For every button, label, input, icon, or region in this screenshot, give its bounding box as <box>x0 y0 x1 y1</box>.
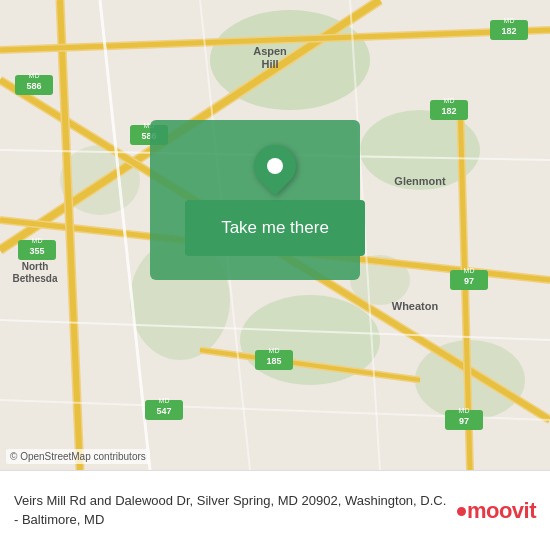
map-container: 586 MD 586 MD 355 MD 182 MD 182 MD 97 MD… <box>0 0 550 470</box>
svg-text:MD: MD <box>32 237 43 244</box>
location-pin-container <box>254 145 296 187</box>
svg-text:586: 586 <box>26 81 41 91</box>
svg-text:185: 185 <box>266 356 281 366</box>
svg-text:Wheaton: Wheaton <box>392 300 439 312</box>
svg-text:North: North <box>22 261 49 272</box>
svg-text:547: 547 <box>156 406 171 416</box>
svg-text:Bethesda: Bethesda <box>12 273 57 284</box>
osm-copyright: © OpenStreetMap contributors <box>6 449 150 464</box>
svg-text:Aspen: Aspen <box>253 45 287 57</box>
svg-text:97: 97 <box>459 416 469 426</box>
svg-text:182: 182 <box>501 26 516 36</box>
moovit-logo: moovit <box>457 498 536 524</box>
svg-text:Glenmont: Glenmont <box>394 175 446 187</box>
svg-text:182: 182 <box>441 106 456 116</box>
svg-text:MD: MD <box>29 72 40 79</box>
svg-text:MD: MD <box>459 407 470 414</box>
pin-icon <box>245 136 304 195</box>
svg-text:MD: MD <box>464 267 475 274</box>
svg-text:MD: MD <box>159 397 170 404</box>
address-label: Veirs Mill Rd and Dalewood Dr, Silver Sp… <box>14 492 457 528</box>
svg-text:Hill: Hill <box>261 58 278 70</box>
svg-text:355: 355 <box>29 246 44 256</box>
take-me-there-button[interactable]: Take me there <box>185 200 365 256</box>
info-bar: Veirs Mill Rd and Dalewood Dr, Silver Sp… <box>0 470 550 550</box>
svg-text:97: 97 <box>464 276 474 286</box>
svg-text:MD: MD <box>444 97 455 104</box>
moovit-text: moovit <box>457 498 536 524</box>
svg-text:MD: MD <box>504 17 515 24</box>
pin-center <box>267 158 283 174</box>
moovit-icon-dot <box>457 507 466 516</box>
svg-text:MD: MD <box>269 347 280 354</box>
